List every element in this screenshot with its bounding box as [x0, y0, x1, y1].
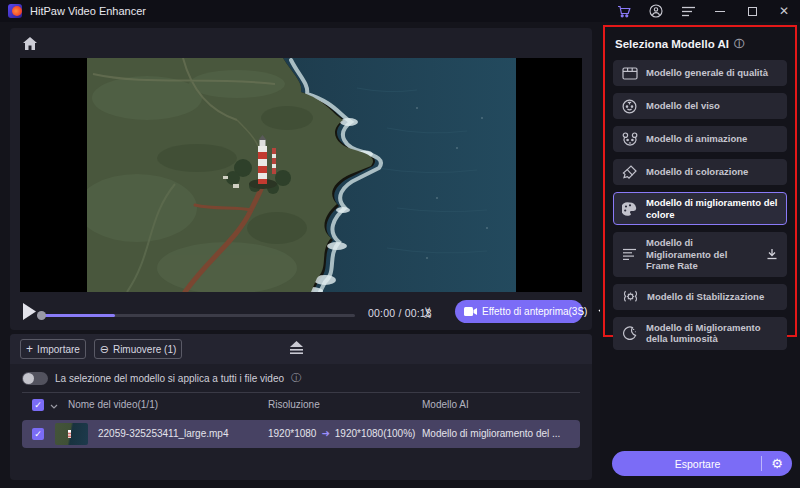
video-thumbnail — [55, 423, 88, 445]
export-button[interactable]: Esportare ⚙ — [612, 451, 792, 476]
play-button[interactable] — [22, 303, 38, 321]
app-window: HitPaw Video Enhancer — [0, 0, 800, 488]
file-list-panel: + Importare ⊖ Rimuovere (1) La selezione… — [10, 334, 592, 480]
model-item-brightness[interactable]: Modello di Miglioramento della luminosit… — [613, 317, 787, 350]
model-item-general-quality[interactable]: Modello generale di qualità — [613, 60, 787, 86]
model-item-stabilization[interactable]: Modello di Stabilizzazione — [613, 284, 787, 310]
export-settings-gear-icon[interactable]: ⚙ — [762, 451, 792, 476]
column-resolution: Risoluzione — [268, 399, 320, 410]
remove-button[interactable]: ⊖ Rimuovere (1) — [94, 339, 182, 359]
select-all-checkbox[interactable]: ✓ — [32, 399, 44, 411]
menu-icon[interactable] — [672, 0, 704, 22]
minimize-button[interactable] — [704, 0, 736, 22]
video-preview[interactable] — [20, 58, 582, 292]
video-resolution: 1920*1080 ➜ 1920*1080(100%) — [268, 428, 415, 439]
remove-label: Rimuovere (1) — [113, 344, 176, 355]
maximize-button[interactable] — [736, 0, 768, 22]
model-sidebar: Seleziona Modello AI ⓘ Modello generale … — [600, 22, 800, 488]
export-label: Esportare — [612, 458, 761, 470]
frame-rate-icon — [622, 248, 638, 261]
film-frame-icon — [622, 67, 638, 80]
arrow-right-icon: ➜ — [321, 429, 329, 439]
import-label: Importare — [37, 344, 80, 355]
titlebar: HitPaw Video Enhancer — [0, 0, 800, 22]
apply-to-all-label: La selezione del modello si applica a tu… — [55, 373, 284, 384]
model-item-face[interactable]: Modello del viso — [613, 93, 787, 119]
model-item-frame-rate[interactable]: Modello di Miglioramento del Frame Rate — [613, 232, 787, 277]
seek-bar[interactable] — [37, 314, 355, 317]
info-icon[interactable]: ⓘ — [291, 371, 301, 385]
face-icon — [622, 99, 638, 114]
column-name: Nome del video(1/1) — [68, 399, 158, 410]
model-panel-title: Seleziona Modello AI ⓘ — [615, 37, 787, 51]
app-title: HitPaw Video Enhancer — [30, 5, 146, 17]
video-filename: 22059-325253411_large.mp4 — [98, 428, 228, 439]
preview-effect-label: Effetto di anteprima(3S) — [482, 306, 587, 317]
model-item-colorization[interactable]: Modello di colorazione — [613, 159, 787, 185]
file-toolbar: + Importare ⊖ Rimuovere (1) — [10, 334, 592, 364]
seek-thumb[interactable] — [37, 311, 46, 320]
cart-icon[interactable] — [608, 0, 640, 22]
model-item-animation[interactable]: Modello di animazione — [613, 126, 787, 152]
model-item-color-enhancement[interactable]: Modello di miglioramento del colore — [613, 192, 787, 225]
video-frame — [87, 58, 516, 292]
annotation-rectangle: Seleziona Modello AI ⓘ Modello generale … — [603, 25, 797, 337]
app-logo-icon — [8, 4, 22, 18]
table-separator — [22, 392, 580, 393]
camera-icon — [464, 307, 477, 316]
trim-scissors-icon[interactable]: ✂ — [419, 306, 437, 319]
table-row[interactable]: ✓ 22059-325253411_large.mp4 1920*1080 ➜ … — [22, 420, 580, 448]
minus-circle-icon: ⊖ — [100, 344, 109, 355]
apply-to-all-toggle[interactable] — [22, 372, 48, 385]
collapse-panel-icon[interactable] — [288, 341, 305, 357]
plus-icon: + — [26, 343, 33, 355]
chevron-down-icon[interactable] — [50, 400, 58, 411]
apply-to-all-row: La selezione del modello si applica a tu… — [22, 370, 301, 386]
video-model: Modello di miglioramento del ... — [422, 428, 560, 439]
preview-effect-button[interactable]: Effetto di anteprima(3S) — [455, 300, 583, 323]
moon-icon — [622, 326, 638, 341]
paint-brush-icon — [622, 165, 638, 180]
account-icon[interactable] — [640, 0, 672, 22]
column-model: Modello AI — [422, 399, 469, 410]
home-icon[interactable] — [22, 36, 38, 53]
row-checkbox[interactable]: ✓ — [32, 428, 44, 440]
preview-panel: 00:00 / 00:13 ✂ Effetto di anteprima(3S) — [10, 28, 592, 330]
download-icon[interactable] — [766, 248, 778, 260]
import-button[interactable]: + Importare — [20, 339, 86, 359]
close-button[interactable]: ✕ — [768, 0, 800, 22]
seek-progress — [43, 314, 115, 317]
animal-face-icon — [622, 132, 638, 146]
info-icon[interactable]: ⓘ — [734, 37, 744, 51]
stabilization-icon — [622, 290, 639, 303]
table-header: ✓ Nome del video(1/1) Risoluzione Modell… — [10, 396, 592, 416]
palette-icon — [622, 202, 638, 216]
